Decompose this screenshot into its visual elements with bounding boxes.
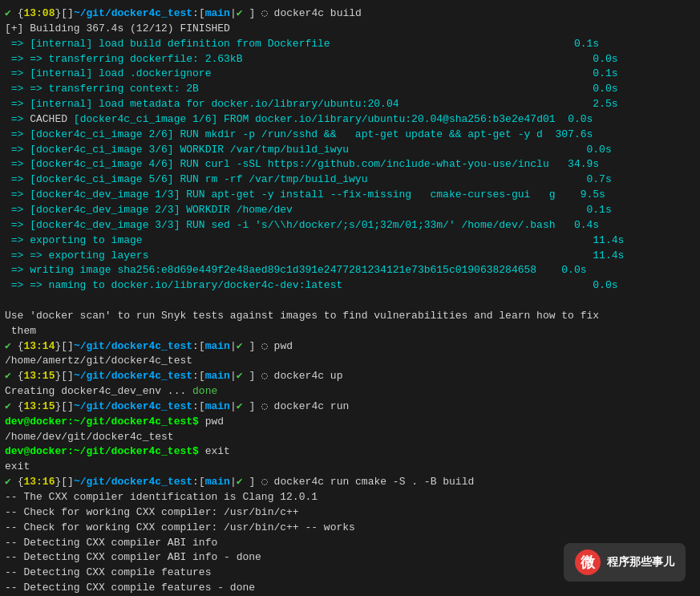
build-step-line: => [docker4c_ci_image 4/6] RUN curl -sSL… [5, 157, 695, 172]
output-line: /home/dev/git/docker4c_test [5, 430, 695, 445]
dev-prompt-line: dev@docker:~/git/docker4c_test$ exit [5, 444, 695, 460]
prompt-line: ✔ {13:08}[]~/git/docker4c_test:[main|✔ ]… [5, 6, 695, 22]
build-step-line: => [internal] load .dockerignore 0.1s [5, 67, 695, 82]
build-step-line: => => naming to docker.io/library/docker… [5, 278, 695, 294]
build-step-line: => [docker4c_dev_image 2/3] WORKDIR /hom… [5, 203, 695, 218]
output-line: [+] Building 367.4s (12/12) FINISHED [5, 22, 695, 37]
output-line: Use 'docker scan' to run Snyk tests agai… [5, 309, 695, 324]
watermark-text: 程序那些事儿 [607, 555, 674, 570]
build-step-line: => => exporting layers 11.4s [5, 249, 695, 264]
build-step-line: => [docker4c_ci_image 2/6] RUN mkdir -p … [5, 128, 695, 143]
output-line: them [5, 324, 695, 339]
build-step-line: => => transferring dockerfile: 2.63kB 0.… [5, 52, 695, 67]
output-line: exit [5, 460, 695, 475]
output-line: -- Check for working CXX compiler: /usr/… [5, 505, 695, 521]
prompt-line: ✔ {13:16}[]~/git/docker4c_test:[main|✔ ]… [5, 475, 695, 490]
prompt-line: ✔ {13:14}[]~/git/docker4c_test:[main|✔ ]… [5, 339, 695, 355]
creating-line: Creating docker4c_dev_env ... done [5, 384, 695, 399]
output-line: -- Check for working CXX compiler: /usr/… [5, 521, 695, 536]
build-step-line: => => transferring context: 2B 0.0s [5, 82, 695, 97]
build-step-line: => [internal] load build definition from… [5, 37, 695, 52]
build-step-line: => exporting to image 11.4s [5, 233, 695, 249]
build-step-line: => [docker4c_dev_image 1/3] RUN apt-get … [5, 188, 695, 203]
dev-prompt-line: dev@docker:~/git/docker4c_test$ pwd [5, 415, 695, 430]
watermark-icon: 微 [575, 549, 601, 575]
output-line: /home/amertz/git/docker4c_test [5, 354, 695, 369]
build-step-line: => [docker4c_ci_image 3/6] WORKDIR /var/… [5, 143, 695, 158]
output-line: -- The CXX compiler identification is Cl… [5, 490, 695, 505]
blank-line [5, 294, 695, 309]
terminal: ✔ {13:08}[]~/git/docker4c_test:[main|✔ ]… [0, 0, 700, 596]
build-step-line: => [internal] load metadata for docker.i… [5, 97, 695, 112]
output-line: -- Detecting CXX compile features - done [5, 581, 695, 596]
cached-line: => CACHED [docker4c_ci_image 1/6] FROM d… [5, 112, 695, 128]
build-step-line: => writing image sha256:e8d69e449f2e48ae… [5, 263, 695, 278]
build-step-line: => [docker4c_dev_image 3/3] RUN sed -i '… [5, 218, 695, 233]
prompt-line: ✔ {13:15}[]~/git/docker4c_test:[main|✔ ]… [5, 369, 695, 384]
prompt-line: ✔ {13:15}[]~/git/docker4c_test:[main|✔ ]… [5, 399, 695, 415]
build-step-line: => [docker4c_ci_image 5/6] RUN rm -rf /v… [5, 172, 695, 188]
watermark: 微 程序那些事儿 [564, 543, 686, 582]
